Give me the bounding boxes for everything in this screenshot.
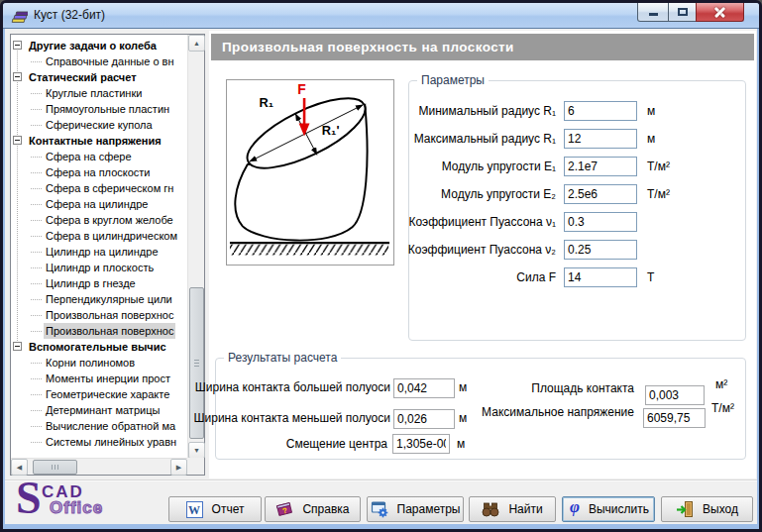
- elastic-modulus-1-input[interactable]: [564, 157, 637, 176]
- help-button[interactable]: ? Справка: [265, 496, 361, 522]
- tree-item[interactable]: Сфера в круглом желобе: [11, 212, 187, 228]
- collapse-icon[interactable]: [13, 72, 22, 81]
- settings-button[interactable]: Параметры: [367, 496, 464, 522]
- tree-item-selected[interactable]: Произвольная поверхнос: [11, 323, 187, 339]
- contact-area-field[interactable]: [645, 385, 705, 405]
- result-label: Площадь контакта: [531, 381, 634, 395]
- param-row: Модуль упругости E₂ Т/м²: [409, 184, 745, 205]
- tree-item[interactable]: Сфера в цилиндрическом: [11, 228, 187, 244]
- title-bar: Куст (32-бит): [3, 3, 759, 29]
- help-book-icon: ?: [275, 500, 293, 518]
- collapse-icon[interactable]: [13, 342, 22, 351]
- param-row: Коэффициент Пуассона ν₂: [409, 240, 745, 261]
- tree-item[interactable]: Моменты инерции прост: [11, 371, 187, 386]
- parameters-group-title: Параметры: [417, 73, 489, 87]
- poisson-1-input[interactable]: [564, 212, 637, 232]
- r1-label: R₁: [260, 95, 274, 110]
- param-label: Максимальный радиус R₁: [414, 132, 556, 146]
- result-label: Ширина контакта меньшей полуоси: [194, 411, 390, 425]
- param-label: Коэффициент Пуассона ν₂: [408, 243, 556, 257]
- results-group: Результаты расчета Ширина контакта больш…: [215, 358, 746, 460]
- page-title: Произвольная поверхность на плоскости: [211, 34, 754, 60]
- tree-item[interactable]: Сферические купола: [11, 117, 187, 133]
- tree-item[interactable]: Сфера на цилиндре: [11, 196, 187, 212]
- tree-item[interactable]: Цилиндр на цилиндре: [11, 244, 187, 260]
- tree-item-root[interactable]: Вспомогательные вычис: [11, 339, 187, 355]
- result-label: Смещение центра: [286, 437, 387, 451]
- scad-office-logo: S CAD Office: [16, 481, 164, 525]
- contact-width-major-field[interactable]: [393, 378, 455, 398]
- tree-item[interactable]: Корни полиномов: [11, 355, 187, 371]
- report-button[interactable]: Отчет: [168, 496, 262, 522]
- collapse-icon[interactable]: [13, 41, 22, 50]
- tree-item[interactable]: Сфера на сфере: [11, 149, 187, 164]
- maximize-icon: [678, 8, 688, 16]
- tree-item[interactable]: Прямоугольные пластин: [11, 101, 187, 117]
- settings-icon: [371, 500, 388, 518]
- binoculars-icon: [482, 500, 499, 518]
- elastic-modulus-2-input[interactable]: [564, 184, 637, 204]
- content-panel: Произвольная поверхность на плоскости: [209, 31, 756, 479]
- phi-icon: [568, 500, 580, 518]
- param-label: Модуль упругости E₂: [441, 187, 556, 201]
- tree-item[interactable]: Сфера в сферическом гн: [11, 180, 187, 196]
- tree-item[interactable]: Цилиндр и плоскость: [11, 260, 187, 275]
- contact-width-minor-field[interactable]: [393, 409, 455, 429]
- tree-item-root[interactable]: Контактные напряжения: [11, 133, 187, 149]
- param-row: Минимальный радиус R₁ м: [409, 101, 745, 122]
- collapse-icon[interactable]: [13, 136, 22, 145]
- app-books-icon: [10, 7, 28, 25]
- poisson-2-input[interactable]: [564, 240, 637, 260]
- scroll-right-button[interactable]: ▶: [170, 459, 187, 476]
- contact-scheme-image: F R₁ R₁': [226, 79, 394, 266]
- tree-item[interactable]: Круглые пластинки: [11, 85, 187, 101]
- r1-prime-label: R₁': [322, 123, 340, 138]
- param-row: Коэффициент Пуассона ν₁: [409, 212, 745, 233]
- tree-item-root[interactable]: Другие задачи о колеба: [11, 38, 187, 53]
- tree-item[interactable]: Сфера на плоскости: [11, 164, 187, 180]
- param-unit: Т/м²: [647, 187, 670, 201]
- tree-item[interactable]: Произвольная поверхнос: [11, 307, 187, 323]
- result-label: Максимальное напряжение: [482, 405, 634, 419]
- results-group-title: Результаты расчета: [224, 351, 341, 365]
- result-label: Ширина контакта большей полуоси: [195, 380, 390, 394]
- maximize-button[interactable]: [668, 3, 697, 22]
- find-button[interactable]: Найти: [469, 496, 556, 522]
- result-unit: Т/м²: [711, 401, 734, 415]
- minimize-button[interactable]: [637, 3, 669, 22]
- tree-item[interactable]: Цилиндр в гнезде: [11, 275, 187, 291]
- min-radius-input[interactable]: [564, 101, 637, 121]
- tree-item-root[interactable]: Статический расчет: [11, 69, 187, 85]
- force-input[interactable]: [564, 267, 637, 287]
- exit-button[interactable]: Выход: [661, 496, 753, 522]
- task-tree-panel: Другие задачи о колеба Справочные данные…: [10, 34, 205, 476]
- tree-vertical-scrollbar[interactable]: ▲ ▼: [187, 35, 204, 459]
- tree-item[interactable]: Перпендикулярные цили: [11, 291, 187, 307]
- result-unit: м: [459, 380, 467, 394]
- scroll-up-button[interactable]: ▲: [188, 35, 205, 52]
- calculate-button[interactable]: Вычислить: [562, 496, 655, 522]
- ground-hatch: [230, 245, 388, 256]
- app-window: Куст (32-бит) Другие задачи о колеба Спр…: [0, 0, 762, 532]
- param-label: Модуль упругости E₁: [442, 160, 556, 173]
- tree-item[interactable]: Геометрические характе: [11, 386, 187, 402]
- result-unit: м²: [715, 377, 727, 391]
- param-unit: м: [647, 132, 655, 146]
- force-label: F: [297, 81, 305, 97]
- tree-item[interactable]: Детерминант матрицы: [11, 402, 187, 418]
- scroll-down-button[interactable]: ▼: [188, 442, 205, 459]
- tree-item[interactable]: Справочные данные о вн: [11, 53, 187, 69]
- result-unit: м: [457, 437, 465, 451]
- tree-item[interactable]: Системы линейных уравн: [11, 434, 187, 450]
- max-radius-input[interactable]: [564, 129, 637, 149]
- center-offset-field[interactable]: [392, 434, 450, 454]
- param-label: Минимальный радиус R₁: [419, 104, 556, 118]
- close-button[interactable]: [696, 3, 744, 22]
- scheme-svg: F R₁ R₁': [227, 80, 393, 265]
- bottom-toolbar: S CAD Office Отчет ? Справка: [5, 479, 757, 524]
- max-stress-field[interactable]: [643, 408, 706, 428]
- window-title: Куст (32-бит): [34, 8, 105, 22]
- minimize-icon: [649, 13, 658, 16]
- param-unit: Т: [647, 270, 654, 284]
- tree-item[interactable]: Вычисление обратной ма: [11, 418, 187, 434]
